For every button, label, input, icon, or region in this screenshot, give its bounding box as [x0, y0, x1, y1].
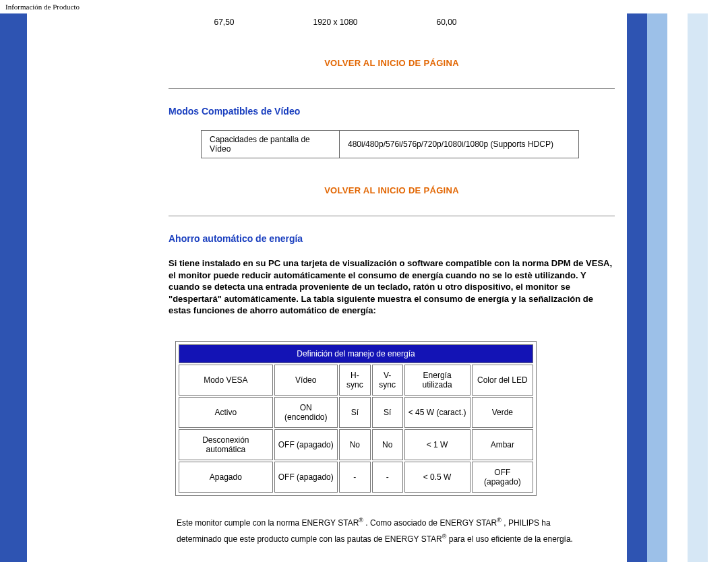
cell: Sí [339, 397, 371, 428]
table-row: Apagado OFF (apagado) - - < 0.5 W OFF (a… [179, 462, 533, 493]
cell: Activo [179, 397, 273, 428]
cell: Apagado [179, 462, 273, 493]
accent-bar [667, 13, 688, 562]
energy-table-header: Definición del manejo de energía [179, 344, 533, 363]
energy-table-wrapper: Definición del manejo de energía Modo VE… [175, 341, 537, 496]
right-accent-bars [627, 13, 728, 562]
page-header: Información de Producto [0, 0, 728, 13]
registered-icon: ® [359, 517, 363, 524]
back-to-top-3: VOLVER AL INICIO DE PÁGINA [169, 547, 615, 562]
cell-resolution: 1920 x 1080 [280, 18, 391, 27]
registered-icon: ® [442, 533, 447, 540]
cell: OFF (apagado) [274, 429, 338, 460]
accent-bar [627, 13, 647, 562]
back-to-top-link[interactable]: VOLVER AL INICIO DE PÁGINA [324, 185, 459, 195]
col-header: Vídeo [274, 365, 338, 396]
cell: OFF (apagado) [472, 462, 533, 493]
energy-star-note: Este monitor cumple con la norma ENERGY … [177, 515, 615, 547]
cell: - [339, 462, 371, 493]
left-accent-bar [0, 13, 27, 562]
col-header: Energía utilizada [404, 365, 471, 396]
video-capabilities-table: Capacidades de pantalla de Vídeo 480i/48… [201, 130, 579, 158]
cell: ON (encendido) [274, 397, 338, 428]
left-margin [27, 13, 169, 562]
table-row: Desconexión automática OFF (apagado) No … [179, 429, 533, 460]
cell: No [339, 429, 371, 460]
cell: No [372, 429, 403, 460]
main-content: 67,50 1920 x 1080 60,00 VOLVER AL INICIO… [169, 13, 627, 562]
accent-bar [688, 13, 708, 562]
cell: < 1 W [404, 429, 471, 460]
video-value-cell: 480i/480p/576i/576p/720p/1080i/1080p (Su… [340, 131, 579, 158]
video-label-cell: Capacidades de pantalla de Vídeo [202, 131, 340, 158]
registered-icon: ® [497, 517, 502, 524]
energy-table: Definición del manejo de energía Modo VE… [177, 343, 535, 494]
table-row: Activo ON (encendido) Sí Sí < 45 W (cara… [179, 397, 533, 428]
section-energy-title: Ahorro automático de energía [169, 233, 615, 244]
note-text: para el uso eficiente de la energía. [449, 534, 573, 544]
cell-vfreq: 60,00 [391, 18, 502, 27]
cell: < 45 W (caract.) [404, 397, 471, 428]
cell: Sí [372, 397, 403, 428]
note-text: Este monitor cumple con la norma ENERGY … [177, 518, 359, 528]
note-text: determinado que este producto cumple con… [177, 534, 442, 544]
cell: Verde [472, 397, 533, 428]
divider [169, 216, 615, 216]
back-to-top-2: VOLVER AL INICIO DE PÁGINA [169, 158, 615, 209]
section-video-modes-title: Modos Compatibles de Vídeo [169, 106, 615, 117]
cell: OFF (apagado) [274, 462, 338, 493]
cell: Desconexión automática [179, 429, 273, 460]
cell: Ambar [472, 429, 533, 460]
col-header: H-sync [339, 365, 371, 396]
note-text: . Como asociado de ENERGY STAR [365, 518, 497, 528]
table-row: Capacidades de pantalla de Vídeo 480i/48… [202, 131, 579, 158]
back-to-top-link[interactable]: VOLVER AL INICIO DE PÁGINA [324, 58, 459, 68]
divider [169, 88, 615, 89]
resolution-row: 67,50 1920 x 1080 60,00 [169, 13, 615, 31]
cell: < 0.5 W [404, 462, 471, 493]
col-header: V-sync [372, 365, 403, 396]
table-row: Modo VESA Vídeo H-sync V-sync Energía ut… [179, 365, 533, 396]
cell-hfreq: 67,50 [169, 18, 280, 27]
col-header: Color del LED [472, 365, 533, 396]
accent-bar [647, 13, 667, 562]
col-header: Modo VESA [179, 365, 273, 396]
back-to-top-1: VOLVER AL INICIO DE PÁGINA [169, 31, 615, 82]
accent-bar [708, 13, 728, 562]
note-text: , PHILIPS ha [504, 518, 550, 528]
energy-table-title: Definición del manejo de energía [179, 344, 533, 363]
page-body: 67,50 1920 x 1080 60,00 VOLVER AL INICIO… [0, 13, 728, 562]
cell: - [372, 462, 403, 493]
energy-intro-paragraph: Si tiene instalado en su PC una tarjeta … [169, 257, 615, 317]
